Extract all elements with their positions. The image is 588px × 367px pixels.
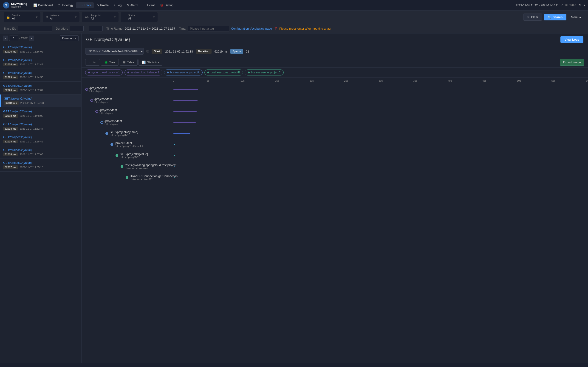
nav-chevron-icon[interactable]: ▾	[584, 3, 585, 7]
span-info: /projectA/test Http - Nginx	[95, 97, 112, 103]
instance-filter[interactable]: ⊞ Instance All ▾	[43, 12, 79, 22]
endpoint-filter[interactable]: </> Endpoint All ▾	[82, 12, 119, 22]
span-bar	[173, 122, 196, 123]
trace-list-item[interactable]: GET:/projectC/{value} 62017 ms 2021-11-0…	[0, 159, 81, 172]
left-header: ‹ / 2402 › Duration ▾	[0, 33, 81, 43]
nav-item-event[interactable]: ☰ Event	[141, 2, 157, 8]
config-link[interactable]: Configuration Vocabulary page	[231, 27, 272, 30]
instance-chevron-icon: ▾	[75, 15, 77, 19]
span-row[interactable]: HikariCP/Connection/getConnection Unknow…	[82, 172, 588, 183]
nav-item-debug[interactable]: 🐞 Debug	[157, 2, 176, 8]
trace-time: 2021-11-07 11:57:06	[20, 153, 43, 156]
nav-item-alarm[interactable]: ⊙ Alarm	[124, 2, 140, 8]
trace-info-bar: 3f172d4f-10fd-4fe1-ada4-add780a061f8 ⎘ S…	[82, 46, 588, 57]
status-chevron-icon: ▾	[153, 15, 155, 19]
span-row[interactable]: /projectB/test Http - SpringRestTemplate	[82, 139, 588, 150]
trace-list-item[interactable]: GET:/projectC/{value} 62024 ms 2021-11-0…	[0, 56, 81, 69]
status-filter[interactable]: ☰ Status All ▾	[121, 12, 157, 22]
tab-list[interactable]: ≡ List	[85, 59, 100, 66]
span-name: GET:/projectA/{name}	[110, 130, 138, 134]
span-info: /projectA/test Http - Nginx	[104, 119, 122, 125]
trace-id-select[interactable]: 3f172d4f-10fd-4fe1-ada4-add780a061f8	[85, 48, 144, 55]
duration-to-input[interactable]	[89, 26, 103, 31]
trace-item-name: GET:/projectC/{value}	[3, 135, 78, 139]
table-icon: ⊞	[123, 60, 126, 64]
time-range-label: Time Range:	[106, 27, 123, 30]
nav-items: 📊 Dashboard ⬡ Topology ⟶ Trace ∿ Profile…	[31, 2, 516, 8]
span-bar-area	[173, 142, 588, 147]
span-row[interactable]: test.skywalking.springcloud.test.project…	[82, 161, 588, 172]
trace-id-input[interactable]	[18, 26, 52, 31]
service-tag-dot	[88, 72, 90, 73]
trace-badge: 62024 ms	[3, 63, 18, 66]
trace-list-item[interactable]: GET:/projectC/{value} 62019 ms 2021-11-0…	[0, 94, 81, 107]
span-bar-area	[173, 175, 588, 180]
nav-item-log[interactable]: ≡ Log	[111, 2, 124, 8]
more-button[interactable]: More ▲	[568, 14, 585, 20]
page-number-input[interactable]	[9, 35, 18, 41]
nav-refresh-icon[interactable]: ↻	[578, 3, 581, 7]
service-tag[interactable]: system::load balancer2	[124, 69, 162, 75]
trace-list-item[interactable]: GET:/projectC/{value} 62018 ms 2021-11-0…	[0, 146, 81, 159]
service-tag[interactable]: business-zone::projectA	[164, 69, 203, 75]
service-tag[interactable]: business-zone::projectB	[204, 69, 243, 75]
service-tag-label: business-zone::projectC	[251, 71, 281, 74]
span-sub: Http - SpringMVC	[110, 134, 138, 136]
time-tick: 5s	[207, 79, 209, 82]
copy-icon[interactable]: ⎘	[147, 49, 149, 53]
tab-statistics[interactable]: 📊 Statistics	[138, 59, 162, 66]
nav-item-topology[interactable]: ⬡ Topology	[55, 2, 76, 8]
tab-table[interactable]: ⊞ Table	[120, 59, 138, 66]
trace-list-item[interactable]: GET:/projectC/{value} 62018 ms 2021-11-0…	[0, 133, 81, 146]
trace-item-name: GET:/projectC/{value}	[3, 123, 78, 126]
span-row-left: test.skywalking.springcloud.test.project…	[82, 163, 173, 169]
trace-badge: 62019 ms	[4, 101, 19, 105]
spans-badge: Spans	[230, 49, 243, 54]
trace-detail-title: GET:/projectC/{value}	[86, 37, 130, 42]
span-info: /projectB/test Http - SpringRestTemplate	[115, 141, 144, 148]
trace-list-item[interactable]: GET:/projectC/{value} 62026 ms 2021-11-0…	[0, 43, 81, 56]
clear-button[interactable]: ✕ Clear	[523, 14, 542, 21]
nav-time-range: 2021-11-07 11:42 ~ 2021-11-07 11:57	[516, 4, 562, 7]
export-image-button[interactable]: Export Image	[560, 59, 584, 66]
span-info: /projectA/test Http - Nginx	[89, 86, 107, 92]
trace-list-item[interactable]: GET:/projectC/{value} 62018 ms 2021-11-0…	[0, 120, 81, 133]
span-row[interactable]: /projectA/test Http - Nginx	[82, 117, 588, 128]
duration-value: 62019 ms	[214, 50, 227, 53]
prev-page-button[interactable]: ‹	[3, 35, 8, 41]
next-page-button[interactable]: ›	[29, 35, 34, 41]
tags-input[interactable]	[188, 26, 229, 31]
view-logs-button[interactable]: View Logs	[561, 36, 583, 43]
span-row[interactable]: /projectA/test Http - Nginx	[82, 84, 588, 95]
service-filter[interactable]: 🔒 Service All ▾	[4, 12, 40, 22]
logo[interactable]: S Skywalking Rocketbot	[3, 2, 27, 9]
clear-icon: ✕	[527, 15, 530, 19]
nav-item-trace[interactable]: ⟶ Trace	[76, 2, 94, 8]
endpoint-filter-label: Endpoint	[91, 14, 101, 17]
nav-item-dashboard[interactable]: 📊 Dashboard	[31, 2, 55, 8]
total-pages: 2402	[21, 36, 28, 40]
span-row[interactable]: /projectA/test Http - Nginx	[82, 106, 588, 117]
trace-list-item[interactable]: GET:/projectC/{value} 62018 ms 2021-11-0…	[0, 107, 81, 120]
service-tag[interactable]: system::load balancer1	[85, 69, 123, 75]
sort-dropdown[interactable]: Duration ▾	[60, 35, 78, 41]
trace-id-label: Trace ID:	[4, 27, 16, 30]
config-help-icon[interactable]: ❓	[274, 27, 277, 30]
trace-list-item[interactable]: GET:/projectC/{value} 62023 ms 2021-11-0…	[0, 69, 81, 82]
nav-item-profile[interactable]: ∿ Profile	[94, 2, 111, 8]
tags-field: Tags: Configuration Vocabulary page ❓ Pl…	[179, 26, 331, 31]
trace-item-meta: 62024 ms 2021-11-07 11:52:47	[3, 63, 78, 66]
svg-text:S: S	[5, 3, 7, 7]
duration-label: Duration:	[56, 27, 68, 30]
span-row[interactable]: /projectA/test Http - Nginx	[82, 95, 588, 106]
span-row[interactable]: GET:/projectB/{value} Http - SpringMVC	[82, 150, 588, 161]
trace-badge: 62018 ms	[3, 140, 18, 143]
span-sub: Http - SpringRestTemplate	[115, 145, 144, 148]
service-tag[interactable]: business-zone::projectC	[245, 69, 284, 75]
instance-filter-icon: ⊞	[45, 15, 48, 19]
trace-list-item[interactable]: GET:/projectC/{value} 62020 ms 2021-11-0…	[0, 82, 81, 94]
span-row[interactable]: GET:/projectA/{name} Http - SpringMVC	[82, 128, 588, 139]
search-button[interactable]: 🔍 Search	[544, 14, 566, 20]
tab-tree[interactable]: 🌲 Tree	[101, 59, 119, 66]
duration-from-input[interactable]	[70, 26, 84, 31]
